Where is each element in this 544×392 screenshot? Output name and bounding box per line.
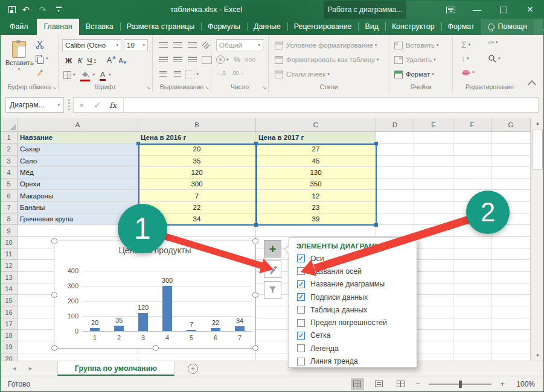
tab-formulas[interactable]: Формулы [201, 19, 247, 35]
cell-D6[interactable] [376, 190, 414, 201]
tab-assistant[interactable]: Помощн [481, 19, 534, 35]
align-center-button[interactable] [171, 54, 184, 65]
row-header-14[interactable]: 14 [1, 283, 18, 295]
name-box[interactable]: Диаграм...▾ [5, 97, 64, 113]
delete-cells-button[interactable]: Удалить▾ [394, 54, 436, 66]
row-header-16[interactable]: 16 [1, 306, 18, 318]
cell-F1[interactable] [453, 132, 491, 144]
cell-E14[interactable] [414, 283, 453, 295]
cell-B9[interactable] [138, 225, 256, 236]
chart-handle[interactable] [252, 238, 258, 244]
chart-element-option[interactable]: ✓Название диаграммы [289, 278, 417, 291]
cell-styles-button[interactable]: Стили ячеек▾ [275, 68, 330, 80]
cell-E18[interactable] [414, 330, 453, 341]
cell-F20[interactable] [453, 353, 491, 361]
autosum-button[interactable]: Σ▾ [461, 40, 470, 49]
zoom-slider-thumb[interactable] [459, 381, 462, 388]
new-sheet-button[interactable]: + [188, 364, 198, 374]
cell-G8[interactable] [491, 213, 531, 225]
undo-button[interactable]: ↶▾ [22, 5, 33, 14]
range-handle[interactable] [254, 142, 258, 145]
page-break-view-button[interactable] [394, 378, 408, 390]
cell-G17[interactable] [491, 318, 531, 330]
borders-button[interactable]: ▾ [63, 69, 75, 80]
cell-F4[interactable] [453, 167, 491, 179]
cell-E16[interactable] [414, 306, 453, 318]
cell-C6[interactable]: 12 [256, 190, 376, 201]
cell-A4[interactable]: Мёд [18, 167, 138, 179]
tab-insert[interactable]: Вставка [79, 19, 120, 35]
cell-E3[interactable] [414, 156, 453, 167]
checkbox[interactable]: ✓ [297, 332, 305, 340]
chart-styles-button[interactable] [264, 261, 281, 278]
cell-F3[interactable] [453, 156, 491, 167]
cell-E9[interactable] [414, 225, 453, 236]
chart-element-option[interactable]: Легенда [289, 342, 417, 355]
row-header-9[interactable]: 9 [1, 225, 18, 236]
chart-handle[interactable] [153, 345, 159, 351]
scroll-down-button[interactable]: ▼ [531, 350, 544, 361]
checkbox[interactable]: ✓ [297, 280, 305, 288]
chart[interactable]: Цены на продукты 01002003004002013521203… [54, 241, 256, 349]
maximize-button[interactable] [490, 1, 517, 19]
tab-review[interactable]: Рецензирование [287, 19, 359, 35]
sheet-tab-active[interactable]: Группа по умолчанию [57, 361, 174, 376]
cell-C7[interactable]: 23 [256, 202, 376, 213]
cell-D9[interactable] [376, 225, 414, 236]
add-chart-elements-button[interactable]: + [264, 240, 281, 258]
increase-font-button[interactable]: А [106, 55, 117, 66]
row-header-2[interactable]: 2 [1, 144, 18, 155]
sheet-nav-right[interactable]: ► [28, 365, 33, 371]
zoom-in-button[interactable]: + [500, 379, 505, 388]
sheet-nav-left[interactable]: ◄ [11, 365, 17, 371]
font-name-select[interactable]: Calibri (Осно▾ [62, 39, 121, 51]
sort-filter-button[interactable]: АЯ▾ [488, 40, 498, 45]
decrease-decimal-button[interactable]: .00→ [232, 70, 244, 76]
cell-G4[interactable] [491, 167, 531, 179]
cell-G5[interactable] [491, 179, 531, 190]
cell-D4[interactable] [376, 167, 414, 179]
checkbox[interactable]: ✓ [297, 254, 305, 262]
cell-F5[interactable] [453, 179, 491, 190]
cell-E6[interactable] [414, 190, 453, 201]
cell-C9[interactable] [256, 225, 376, 236]
checkbox[interactable] [297, 306, 305, 314]
row-header-15[interactable]: 15 [1, 295, 18, 306]
enter-button[interactable]: ✓ [89, 101, 105, 110]
copy-button[interactable]: ▾ [36, 54, 48, 63]
cell-B20[interactable] [138, 353, 256, 361]
cell-E11[interactable] [414, 248, 453, 260]
save-button[interactable] [8, 6, 16, 13]
tab-data[interactable]: Данные [247, 19, 287, 35]
range-handle[interactable] [374, 223, 378, 227]
align-left-button[interactable] [156, 54, 170, 65]
bar-2[interactable] [114, 326, 124, 331]
number-format-select[interactable]: Общий▾ [216, 39, 263, 51]
cell-C4[interactable]: 130 [256, 167, 376, 179]
bar-6[interactable] [211, 328, 220, 332]
cell-E7[interactable] [414, 202, 453, 213]
row-header-8[interactable]: 8 [1, 213, 18, 225]
row-header-18[interactable]: 18 [1, 330, 18, 341]
scrollbar-thumb[interactable] [533, 130, 543, 169]
decrease-font-button[interactable]: А [118, 55, 128, 66]
cell-G20[interactable] [491, 353, 531, 361]
cell-F10[interactable] [453, 237, 491, 248]
range-handle[interactable] [136, 142, 140, 145]
chart-handle[interactable] [51, 292, 57, 298]
cell-G15[interactable] [491, 295, 531, 306]
cell-F14[interactable] [453, 283, 491, 295]
page-layout-view-button[interactable] [373, 378, 386, 390]
cell-G16[interactable] [491, 306, 531, 318]
cell-E13[interactable] [414, 272, 453, 283]
cell-C3[interactable]: 45 [256, 156, 376, 167]
cell-B5[interactable]: 300 [138, 179, 256, 190]
zoom-slider[interactable] [429, 384, 491, 385]
chart-handle[interactable] [51, 345, 57, 351]
cell-E4[interactable] [414, 167, 453, 179]
row-header-7[interactable]: 7 [1, 202, 18, 213]
col-header-G[interactable]: G [491, 118, 531, 132]
cell-E15[interactable] [414, 295, 453, 306]
chart-element-option[interactable]: ✓Оси [289, 252, 417, 265]
font-color-button[interactable]: А▾ [100, 69, 111, 80]
